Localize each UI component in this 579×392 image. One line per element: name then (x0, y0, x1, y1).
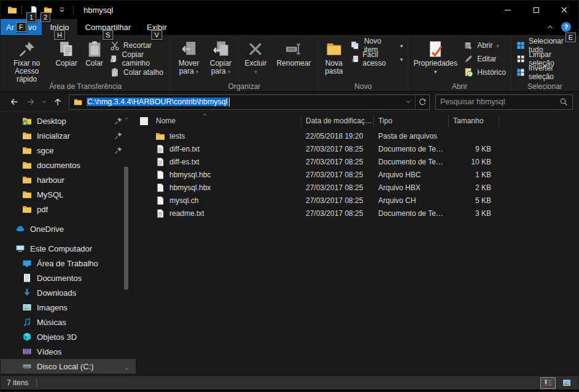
forward-button[interactable] (22, 94, 39, 110)
up-button[interactable] (49, 94, 66, 110)
sidebar-item-desktop[interactable]: Desktop (1, 113, 136, 128)
help-button[interactable] (561, 22, 571, 32)
copy-to-button[interactable]: Copiar para (204, 36, 236, 75)
sidebar-item-rea-de-trabalho[interactable]: Área de Trabalho (1, 256, 136, 271)
sidebar-item-pdf[interactable]: pdf (1, 202, 136, 217)
new-item-icon (351, 40, 360, 50)
delete-button[interactable]: Excluir (239, 36, 271, 75)
ribbon-tab-strip: Ar F vo Início H Compartilhar S Exibir V… (1, 19, 578, 35)
sidebar-item-documentos[interactable]: Documentos (1, 271, 136, 285)
sidebar-item-label: Vídeos (37, 347, 61, 356)
column-header-filler (499, 115, 578, 127)
file-row-hbmysql-hbc[interactable]: hbmysql.hbc 27/03/2017 08:25 Arquivo HBC… (136, 168, 578, 181)
column-header-modified[interactable]: Data de modificaç… (301, 115, 374, 127)
keytip-inicio: H (54, 30, 65, 40)
paste-button[interactable]: Colar (82, 36, 107, 67)
search-box[interactable] (435, 94, 573, 110)
sidebar-item-onedrive[interactable]: OneDrive (1, 221, 136, 236)
group-label-organize: Organizar (171, 82, 317, 91)
sidebar-item-label: sgce (37, 146, 53, 155)
file-row-readme-txt[interactable]: readme.txt 27/03/2017 08:25 Documento de… (136, 207, 578, 220)
sidebar-item-mysql[interactable]: MySQL (1, 187, 136, 202)
file-row-diff-en-txt[interactable]: diff-en.txt 27/03/2017 08:25 Documento d… (136, 142, 578, 155)
history-button[interactable]: Histórico (460, 66, 509, 79)
sidebar-item-icon (22, 131, 32, 140)
sidebar-item-este-computador[interactable]: Este Computador (1, 241, 136, 256)
column-header-size[interactable]: Tamanho (449, 115, 499, 127)
explorer-window: W... (0, 0, 579, 392)
address-bar[interactable]: C:\hmg.3.4.4\HARBOUR\contrib\hbmysql (69, 94, 430, 110)
sidebar-scrollbar[interactable] (123, 112, 130, 376)
properties-button[interactable]: Propriedades (410, 36, 460, 75)
column-header-type[interactable]: Tipo (374, 115, 449, 127)
scissors-icon (110, 40, 120, 50)
file-row-diff-es-txt[interactable]: diff-es.txt 27/03/2017 08:25 Documento d… (136, 155, 578, 168)
sidebar-item-v-deos[interactable]: Vídeos (1, 344, 136, 359)
close-icon (561, 7, 567, 13)
copy-path-button[interactable]: Copiar caminho (107, 52, 168, 66)
file-row-hbmysql-hbx[interactable]: hbmysql.hbx 27/03/2017 08:25 Arquivo HBX… (136, 181, 578, 194)
column-header-name[interactable]: Nome (136, 115, 301, 127)
sidebar-item-imagens[interactable]: Imagens (1, 300, 136, 315)
new-folder-icon (325, 40, 343, 58)
file-row-mysql-ch[interactable]: mysql.ch 27/03/2017 08:25 Arquivo CH 5 K… (136, 194, 578, 207)
sidebar-item-inicializar[interactable]: Inicializar (1, 128, 136, 143)
recent-locations-button[interactable] (39, 94, 49, 110)
sidebar-item-label: Downloads (37, 288, 76, 298)
qat-new-folder-button[interactable]: 2 (41, 3, 55, 17)
edit-button[interactable]: Editar (460, 52, 509, 66)
group-inner-separator (238, 37, 238, 80)
scroll-down-icon[interactable] (124, 366, 129, 371)
scroll-up-icon[interactable] (124, 116, 129, 121)
qat-customize-button[interactable] (55, 3, 69, 17)
dropdown-caret-icon (196, 67, 199, 75)
tab-exibir[interactable]: Exibir V (139, 19, 175, 35)
collapse-ribbon-button[interactable] (546, 23, 554, 31)
maximize-button[interactable] (522, 1, 550, 19)
move-to-button[interactable]: Mover para (173, 36, 204, 75)
sidebar-item-label: pdf (37, 205, 48, 214)
back-button[interactable] (6, 94, 22, 110)
new-folder-button[interactable]: Nova pasta (320, 36, 348, 75)
ribbon: Fixar no Acesso rápido Copiar Colar Reco… (1, 35, 578, 92)
file-row-tests[interactable]: tests 22/05/2018 19:20 Pasta de arquivos (136, 129, 578, 142)
sidebar-item-m-sicas[interactable]: Músicas (1, 315, 136, 329)
copy-icon (57, 40, 76, 58)
address-path[interactable]: C:\hmg.3.4.4\HARBOUR\contrib\hbmysql (87, 98, 228, 106)
sidebar-item-downloads[interactable]: Downloads (1, 285, 136, 300)
sidebar-item-icon (22, 175, 32, 185)
open-button[interactable]: Abrir (460, 39, 509, 52)
copy-button[interactable]: Copiar (51, 36, 82, 67)
details-view-button[interactable] (540, 377, 556, 389)
file-type: Documento de Te… (374, 158, 449, 166)
file-type: Arquivo HBC (374, 171, 449, 179)
file-type: Documento de Te… (374, 145, 449, 153)
tab-compartilhar[interactable]: Compartilhar S (77, 19, 139, 35)
sidebar-item-icon (22, 317, 32, 327)
search-input[interactable] (440, 98, 559, 106)
invert-selection-button[interactable]: Inverter seleção (513, 66, 577, 79)
refresh-button[interactable] (415, 95, 429, 109)
qat-properties-button[interactable]: 1 (26, 3, 41, 17)
close-button[interactable] (550, 1, 578, 19)
easy-access-button[interactable]: Fácil acesso (348, 52, 406, 66)
paste-shortcut-button[interactable]: Colar atalho (107, 66, 168, 79)
rename-button[interactable]: Renomear (271, 36, 316, 67)
select-all-checkbox[interactable] (140, 117, 148, 125)
sidebar-item-harbour[interactable]: harbour (1, 172, 136, 187)
sidebar-item-documentos[interactable]: documentos (1, 158, 136, 172)
minimize-button[interactable] (494, 1, 522, 19)
pin-to-quick-access-button[interactable]: Fixar no Acesso rápido (2, 36, 51, 83)
keytip-qat-1: 1 (26, 12, 36, 22)
file-name: diff-en.txt (169, 145, 200, 153)
thumbnails-view-button[interactable] (559, 377, 574, 389)
sidebar-scrollbar-thumb[interactable] (124, 167, 128, 290)
address-dropdown-button[interactable] (401, 95, 415, 109)
sidebar-item-sgce[interactable]: sgce (1, 143, 136, 158)
pin-icon (114, 146, 123, 155)
sidebar-item-objetos-3d[interactable]: Objetos 3D (1, 329, 136, 344)
group-label-open: Abrir (408, 82, 511, 91)
sidebar-item-icon (15, 224, 25, 234)
sidebar-item-disco-local-c[interactable]: Disco Local (C:) (1, 359, 136, 374)
column-headers: Nome Data de modificaç… Tipo Tamanho (136, 112, 578, 129)
